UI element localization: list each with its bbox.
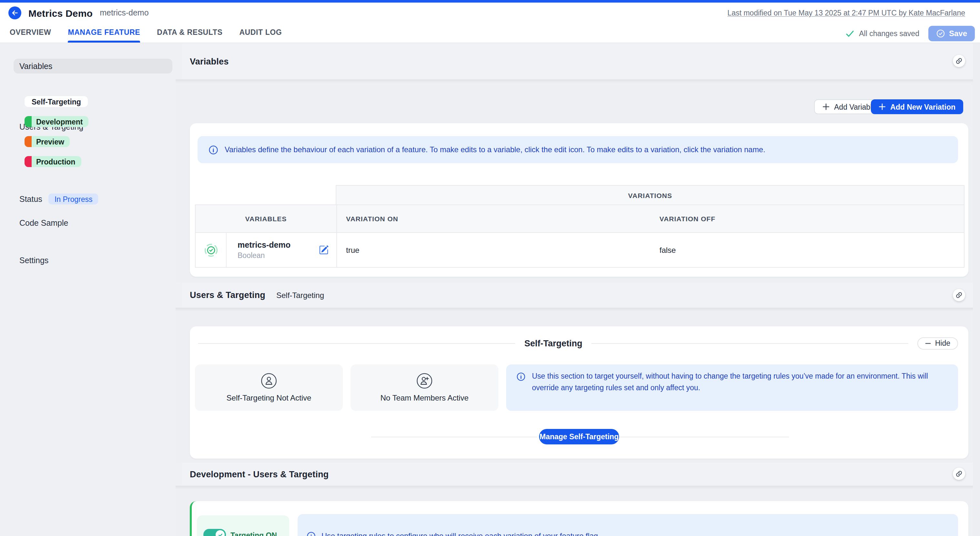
plus-icon bbox=[879, 103, 886, 110]
users-targeting-section-subtitle: Self-Targeting bbox=[276, 290, 324, 300]
save-status-text: All changes saved bbox=[859, 30, 919, 37]
add-new-variation-button[interactable]: Add New Variation bbox=[871, 99, 963, 114]
circled-check-icon bbox=[936, 29, 945, 38]
toggle-knob bbox=[216, 530, 225, 536]
save-button[interactable]: Save bbox=[928, 26, 975, 41]
info-icon bbox=[517, 371, 525, 381]
variables-table: VARIATIONS VARIABLES VARIATION ON VARIAT… bbox=[195, 185, 964, 268]
self-targeting-info-text: Use this section to target yourself, wit… bbox=[532, 371, 945, 393]
development-copy-link-button[interactable] bbox=[953, 468, 965, 480]
users-targeting-section-header: Users & Targeting Self-Targeting bbox=[182, 282, 980, 308]
manage-self-targeting-button[interactable]: Manage Self-Targeting bbox=[539, 429, 619, 444]
self-status-label: Self-Targeting Not Active bbox=[227, 393, 312, 403]
table-spacer bbox=[195, 185, 336, 205]
development-section-body: Targeting ON Use targeting rules to conf… bbox=[176, 486, 980, 536]
top-accent-bar bbox=[0, 0, 980, 3]
tab-bar: OVERVIEW MANAGE FEATURE DATA & RESULTS A… bbox=[10, 29, 282, 43]
variations-header-cell: VARIATIONS bbox=[336, 185, 964, 205]
sidebar-item-variables[interactable]: Variables bbox=[14, 59, 172, 73]
tab-audit-log[interactable]: AUDIT LOG bbox=[239, 29, 282, 43]
person-plus-icon bbox=[417, 373, 433, 389]
sidebar-env-development[interactable]: Development bbox=[24, 116, 88, 127]
status-label: Status bbox=[19, 195, 42, 203]
add-variable-label: Add Variable bbox=[834, 103, 876, 111]
variables-card: Variables define the behaviour of each v… bbox=[190, 123, 968, 277]
link-icon bbox=[956, 292, 963, 299]
users-targeting-title-row: Users & Targeting Self-Targeting bbox=[190, 282, 324, 308]
targeting-toggle[interactable] bbox=[204, 529, 226, 536]
variables-section-header: Variables bbox=[182, 43, 980, 79]
self-status-card: Self-Targeting Not Active bbox=[195, 365, 343, 411]
divider-line bbox=[371, 437, 537, 437]
variables-info-banner: Variables define the behaviour of each v… bbox=[197, 136, 958, 163]
vertical-scrollbar[interactable] bbox=[973, 43, 980, 536]
variation-on-value: true bbox=[336, 233, 651, 267]
divider-line bbox=[620, 437, 789, 437]
preview-label: Preview bbox=[32, 138, 70, 146]
back-button[interactable] bbox=[8, 6, 21, 19]
link-icon bbox=[956, 470, 963, 477]
page-title: Metrics Demo bbox=[29, 8, 93, 18]
hide-button-label: Hide bbox=[935, 339, 950, 347]
variables-title-row: Variables bbox=[190, 43, 229, 79]
preview-color-bar bbox=[24, 136, 32, 147]
hide-button[interactable]: Hide bbox=[918, 337, 958, 349]
sidebar-env-preview[interactable]: Preview bbox=[24, 136, 70, 147]
sidebar: Variables Users & Targeting Self-Targeti… bbox=[0, 43, 176, 536]
tab-overview[interactable]: OVERVIEW bbox=[10, 29, 51, 43]
variables-copy-link-button[interactable] bbox=[953, 55, 965, 67]
arrow-left-icon bbox=[11, 9, 19, 17]
production-color-bar bbox=[24, 156, 32, 167]
development-title-row: Development - Users & Targeting bbox=[190, 463, 329, 486]
sidebar-item-code-sample[interactable]: Code Sample bbox=[19, 219, 68, 228]
variables-section-title: Variables bbox=[190, 56, 229, 66]
divider-line bbox=[198, 343, 515, 344]
variable-name: metrics-demo bbox=[237, 240, 291, 250]
development-color-bar bbox=[24, 116, 32, 127]
app-root: Metrics Demo metrics-demo Last modified … bbox=[0, 0, 980, 536]
save-button-label: Save bbox=[949, 29, 967, 38]
tab-manage-feature[interactable]: MANAGE FEATURE bbox=[68, 29, 140, 43]
users-targeting-copy-link-button[interactable] bbox=[953, 289, 965, 301]
edit-pencil-icon bbox=[319, 245, 329, 255]
variable-name-cell: metrics-demo Boolean bbox=[227, 233, 336, 267]
self-targeting-card: Self-Targeting Hide Self-Targeting Not A… bbox=[190, 327, 968, 458]
info-icon bbox=[307, 531, 316, 536]
users-targeting-section-title: Users & Targeting bbox=[190, 290, 265, 300]
variation-off-header-cell: VARIATION OFF bbox=[651, 205, 964, 232]
variable-table-row: metrics-demo Boolean true false bbox=[195, 233, 964, 268]
feature-key: metrics-demo bbox=[100, 8, 148, 17]
variable-status-cell bbox=[196, 233, 227, 267]
info-icon bbox=[208, 145, 218, 154]
variation-off-value: false bbox=[651, 233, 964, 267]
team-status-card: No Team Members Active bbox=[350, 365, 498, 411]
variable-identity: metrics-demo Boolean bbox=[237, 240, 291, 260]
sidebar-item-self-targeting[interactable]: Self-Targeting bbox=[24, 96, 88, 107]
development-section-header: Development - Users & Targeting bbox=[182, 463, 980, 486]
variables-info-text: Variables define the behaviour of each v… bbox=[225, 144, 765, 155]
development-label: Development bbox=[32, 118, 88, 125]
sidebar-env-production[interactable]: Production bbox=[24, 156, 81, 167]
save-area: All changes saved Save bbox=[845, 26, 975, 41]
tab-data-results[interactable]: DATA & RESULTS bbox=[157, 29, 223, 43]
variables-header-cell: VARIABLES bbox=[196, 205, 336, 232]
page-header: Metrics Demo metrics-demo Last modified … bbox=[0, 3, 980, 43]
production-label: Production bbox=[32, 158, 81, 165]
variable-type: Boolean bbox=[237, 251, 291, 260]
self-targeting-panel-title: Self-Targeting bbox=[525, 338, 583, 348]
sidebar-item-settings[interactable]: Settings bbox=[19, 256, 48, 265]
last-modified-text[interactable]: Last modified on Tue May 13 2025 at 2:47… bbox=[727, 9, 965, 17]
edit-variable-button[interactable] bbox=[319, 245, 329, 255]
status-badge: In Progress bbox=[49, 193, 99, 205]
variations-span-row: VARIATIONS bbox=[195, 185, 964, 205]
person-icon bbox=[261, 373, 277, 389]
self-targeting-info-banner: Use this section to target yourself, wit… bbox=[506, 365, 958, 411]
title-row: Metrics Demo metrics-demo bbox=[8, 6, 149, 19]
targeting-info-banner: Use targeting rules to configure who wil… bbox=[298, 514, 958, 536]
minus-icon bbox=[926, 340, 931, 346]
sidebar-status-row[interactable]: Status In Progress bbox=[19, 193, 99, 205]
saved-check-icon bbox=[845, 30, 854, 37]
self-targeting-section-body: Self-Targeting Hide Self-Targeting Not A… bbox=[176, 308, 980, 463]
table-header-row: VARIABLES VARIATION ON VARIATION OFF bbox=[195, 205, 964, 233]
variable-released-icon bbox=[204, 243, 218, 257]
